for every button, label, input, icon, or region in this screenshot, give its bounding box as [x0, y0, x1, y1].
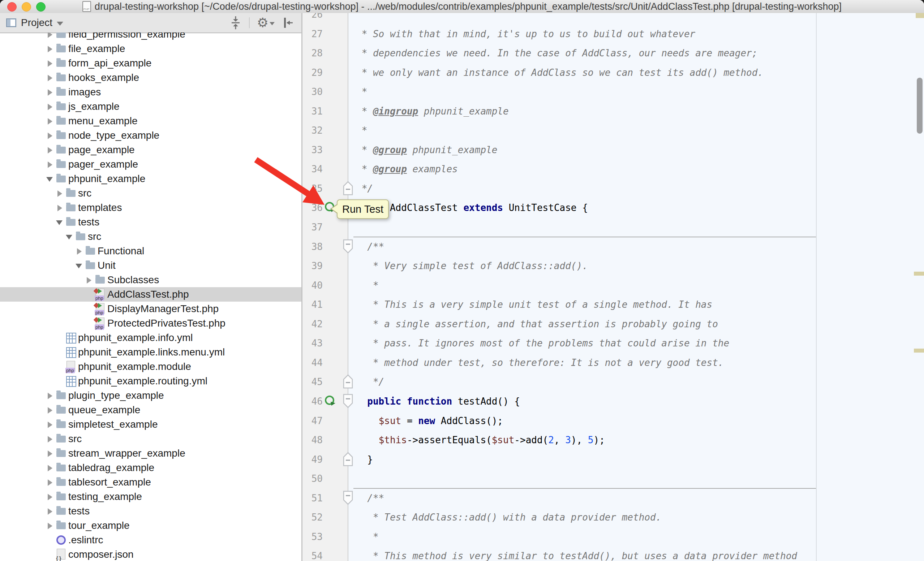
expand-arrow-icon[interactable] — [48, 494, 52, 500]
error-stripe-mark[interactable] — [914, 349, 924, 353]
tree-item-field-permission-example[interactable]: field_permission_example — [0, 33, 302, 42]
tree-item-addclasstest-php[interactable]: phpAddClassTest.php — [0, 287, 302, 302]
collapse-all-icon[interactable] — [230, 15, 242, 30]
code-line-31[interactable]: * @ingroup phpunit_example — [356, 102, 509, 121]
expand-arrow-icon[interactable] — [48, 465, 52, 471]
code-line-40[interactable]: * — [356, 275, 379, 295]
tree-item-images[interactable]: images — [0, 85, 302, 99]
expand-arrow-icon[interactable] — [48, 450, 52, 457]
tree-item-tests[interactable]: tests — [0, 504, 302, 518]
run-test-tooltip[interactable]: Run Test — [337, 199, 389, 219]
expand-arrow-icon[interactable] — [48, 508, 52, 515]
code-line-29[interactable]: * we only want an instance of AddClass s… — [356, 63, 763, 82]
code-line-35[interactable]: */ — [356, 179, 373, 198]
expand-arrow-icon[interactable] — [48, 133, 52, 139]
code-line-45[interactable]: */ — [356, 372, 384, 392]
code-line-52[interactable]: * Test AddClass::add() with a data provi… — [356, 507, 661, 527]
tree-item-src[interactable]: src — [0, 229, 302, 244]
tree-item-unit[interactable]: Unit — [0, 258, 302, 273]
tree-item-hooks-example[interactable]: hooks_example — [0, 70, 302, 85]
editor-scrollbar-thumb[interactable] — [917, 78, 922, 134]
collapse-arrow-icon[interactable] — [56, 220, 63, 225]
expand-arrow-icon[interactable] — [48, 147, 52, 154]
tree-item-file-example[interactable]: file_example — [0, 42, 302, 56]
tree-item-phpunit-example-links-menu-yml[interactable]: phpunit_example.links.menu.yml — [0, 345, 302, 359]
tree-item-composer-json[interactable]: { }composer.json — [0, 547, 302, 561]
code-line-46[interactable]: public function testAdd() { — [356, 392, 520, 411]
expand-arrow-icon[interactable] — [48, 523, 52, 529]
expand-arrow-icon[interactable] — [48, 33, 52, 38]
code-line-47[interactable]: $sut = new AddClass(); — [356, 411, 503, 431]
fold-start-icon[interactable] — [342, 393, 354, 408]
code-line-30[interactable]: * — [356, 82, 367, 102]
expand-arrow-icon[interactable] — [77, 248, 82, 255]
expand-arrow-icon[interactable] — [48, 393, 52, 399]
tree-item-protectedprivatestest-php[interactable]: phpProtectedPrivatesTest.php — [0, 316, 302, 331]
code-line-38[interactable]: /** — [356, 237, 384, 256]
fold-start-icon[interactable] — [342, 239, 354, 253]
tree-item-src[interactable]: src — [0, 432, 302, 446]
fold-end-icon[interactable] — [342, 452, 354, 466]
code-line-49[interactable]: } — [356, 450, 373, 469]
tree-item-queue-example[interactable]: queue_example — [0, 403, 302, 417]
code-line-44[interactable]: * method under test, so therefore: It is… — [356, 353, 723, 373]
tree-item-plugin-type-example[interactable]: plugin_type_example — [0, 388, 302, 403]
expand-arrow-icon[interactable] — [48, 104, 52, 110]
collapse-arrow-icon[interactable] — [46, 177, 53, 182]
fold-end-icon[interactable] — [342, 374, 354, 388]
expand-arrow-icon[interactable] — [48, 75, 52, 81]
expand-arrow-icon[interactable] — [48, 60, 52, 67]
error-stripe-mark[interactable] — [916, 13, 924, 18]
fold-start-icon[interactable] — [342, 490, 354, 505]
tree-item-js-example[interactable]: js_example — [0, 99, 302, 114]
tree-item-functional[interactable]: Functional — [0, 244, 302, 258]
tree-item-testing-example[interactable]: testing_example — [0, 489, 302, 504]
expand-arrow-icon[interactable] — [48, 46, 52, 52]
hide-panel-icon[interactable] — [282, 16, 295, 29]
tree-item-tabledrag-example[interactable]: tabledrag_example — [0, 461, 302, 475]
expand-arrow-icon[interactable] — [48, 407, 52, 414]
tree-item-stream-wrapper-example[interactable]: stream_wrapper_example — [0, 446, 302, 461]
code-line-48[interactable]: $this->assertEquals($sut->add(2, 3), 5); — [356, 430, 605, 450]
tree-item-tablesort-example[interactable]: tablesort_example — [0, 475, 302, 489]
tree-item-tour-example[interactable]: tour_example — [0, 518, 302, 533]
tree-item-simpletest-example[interactable]: simpletest_example — [0, 417, 302, 432]
tree-item-menu-example[interactable]: menu_example — [0, 114, 302, 128]
chevron-down-icon[interactable] — [57, 22, 63, 25]
tree-item-displaymanagertest-php[interactable]: phpDisplayManagerTest.php — [0, 302, 302, 316]
expand-arrow-icon[interactable] — [48, 422, 52, 428]
code-line-34[interactable]: * @group examples — [356, 159, 458, 179]
code-line-27[interactable]: * So with that in mind, it's up to us to… — [356, 24, 695, 44]
code-line-43[interactable]: * pass. It ignores most of the problems … — [356, 334, 729, 353]
expand-arrow-icon[interactable] — [48, 89, 52, 96]
tree-item-form-api-example[interactable]: form_api_example — [0, 56, 302, 70]
code-line-42[interactable]: * a single assertion, and that assertion… — [356, 314, 718, 334]
expand-arrow-icon[interactable] — [57, 205, 62, 211]
error-stripe-mark[interactable] — [914, 272, 924, 275]
tree-item-phpunit-example-module[interactable]: phpphpunit_example.module — [0, 359, 302, 374]
expand-arrow-icon[interactable] — [87, 277, 92, 284]
tree-item-phpunit-example-info-yml[interactable]: phpunit_example.info.yml — [0, 331, 302, 345]
tree-item-phpunit-example-routing-yml[interactable]: phpunit_example.routing.yml — [0, 374, 302, 388]
expand-arrow-icon[interactable] — [48, 162, 52, 168]
code-line-33[interactable]: * @group phpunit_example — [356, 140, 497, 160]
code-line-28[interactable]: * dependencies we need. In the case of A… — [356, 43, 758, 63]
expand-arrow-icon[interactable] — [57, 190, 62, 197]
expand-arrow-icon[interactable] — [48, 436, 52, 443]
collapse-arrow-icon[interactable] — [66, 235, 72, 239]
code-line-54[interactable]: * This method is very similar to testAdd… — [356, 546, 797, 561]
expand-arrow-icon[interactable] — [48, 118, 52, 125]
code-line-36[interactable]: AddClassTest extends UnitTestCase { — [356, 198, 588, 217]
code-line-53[interactable]: * — [356, 527, 379, 546]
code-line-41[interactable]: * This is a very simple unit test of a s… — [356, 295, 712, 314]
tree-item--eslintrc[interactable]: .eslintrc — [0, 533, 302, 547]
expand-arrow-icon[interactable] — [48, 479, 52, 486]
fold-end-icon[interactable] — [342, 181, 354, 195]
project-panel-title[interactable]: Project — [21, 17, 52, 28]
tree-item-subclasses[interactable]: Subclasses — [0, 273, 302, 287]
collapse-arrow-icon[interactable] — [75, 264, 82, 268]
code-line-39[interactable]: * Very simple test of AddClass::add(). — [356, 256, 588, 275]
code-editor[interactable]: * So with that in mind, it's up to us to… — [348, 13, 924, 561]
code-line-51[interactable]: /** — [356, 488, 384, 508]
run-test-gutter-icon[interactable] — [324, 395, 336, 407]
